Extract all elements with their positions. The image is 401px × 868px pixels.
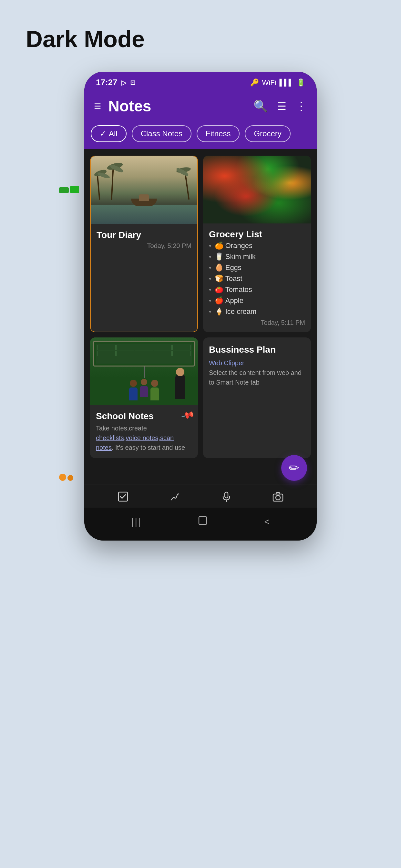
grocery-list-image	[203, 156, 311, 223]
card-school-notes[interactable]: School Notes 📌 Take notes,create checkli…	[90, 337, 198, 458]
fab-area: ✏	[84, 458, 317, 484]
phone-mockup: 17:27 ▷ ⊡ 🔑 WiFi ▌▌▌ 🔋 ≡ Notes 🔍 ☰ ⋮ ✓ A…	[84, 72, 317, 540]
school-notes-description: Take notes,create checklists,voice notes…	[96, 423, 192, 453]
school-notes-body: School Notes 📌 Take notes,create checkli…	[90, 405, 198, 458]
fab-button[interactable]: ✏	[281, 455, 307, 481]
notes-grid: Tour Diary Today, 5:20 PM	[84, 149, 317, 458]
school-notes-title: School Notes	[96, 411, 192, 422]
fab-edit-icon: ✏	[289, 461, 299, 475]
card-grocery-list[interactable]: Grocery List 🍊 Oranges 🥛 Skim milk 🥚 Egg…	[203, 156, 311, 332]
school-notes-image	[90, 337, 198, 405]
